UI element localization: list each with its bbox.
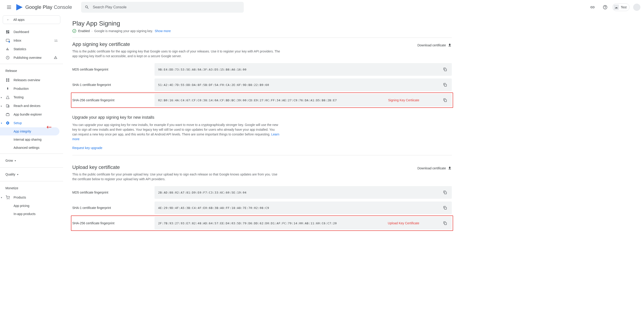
sidebar-section-monetize: Monetize — [0, 183, 63, 193]
warning-icon — [54, 56, 58, 60]
logo[interactable]: Google Play Console — [16, 4, 72, 11]
chevron-down-icon: ▾ — [17, 173, 18, 176]
copy-button[interactable] — [442, 82, 448, 88]
sidebar-item-inbox[interactable]: Inbox 11 — [0, 36, 63, 45]
help-icon-button[interactable] — [600, 2, 610, 13]
chevron-down-icon: ▾ — [15, 159, 16, 162]
sidebar-item-releases-overview[interactable]: Releases overview — [0, 76, 63, 84]
header-right: ☁ Test — [587, 2, 640, 13]
avatar[interactable] — [633, 4, 640, 11]
download-upload-cert[interactable]: Download certificate — [418, 164, 452, 172]
dashboard-icon — [6, 30, 10, 34]
arrow-left-icon: ← — [6, 18, 10, 22]
menu-button[interactable] — [4, 2, 14, 13]
check-icon — [72, 29, 76, 33]
chevron-down-icon: ▾ — [1, 196, 2, 199]
sidebar-item-app-pricing[interactable]: App pricing — [0, 202, 60, 210]
sidebar-item-in-app[interactable]: In-app products — [0, 210, 60, 218]
chevron-right-icon: ▸ — [1, 96, 2, 99]
svg-rect-16 — [444, 207, 446, 209]
signing-cert-desc: This is the public certificate for the a… — [72, 49, 280, 59]
app-selector[interactable]: ☁ Test — [612, 4, 630, 11]
copy-button[interactable] — [442, 66, 448, 73]
search-input[interactable] — [93, 5, 240, 9]
back-all-apps[interactable]: ← All apps — [3, 15, 60, 24]
sidebar-item-bundle[interactable]: App bundle explorer — [0, 110, 63, 119]
svg-point-9 — [7, 199, 8, 199]
sha256-value: 02:B0:16:4A:C4:67:CF:C0:38:14:0A:CF:BD:B… — [158, 99, 388, 102]
upload-cert-desc: This is the public certificate for your … — [72, 172, 280, 182]
upload-highlight: SHA-256 certificate fingerprint 2F:7B:93… — [71, 215, 453, 231]
download-icon — [448, 166, 452, 170]
sidebar-item-publishing[interactable]: Publishing overview — [0, 53, 63, 62]
search-box[interactable] — [81, 2, 244, 13]
svg-rect-8 — [6, 114, 9, 116]
copy-button[interactable] — [442, 189, 448, 196]
signing-highlight: SHA-256 certificate fingerprint 02:B0:16… — [71, 93, 453, 108]
status-enabled: Enabled — [78, 29, 90, 33]
signing-annotation: Signing Key Certiicate — [388, 98, 419, 102]
sidebar-item-dashboard[interactable]: Dashboard — [0, 28, 63, 36]
devices-icon — [6, 104, 10, 108]
md5-value: 9B:E4:DD:73:53:5E:A8:9A:3F:A3:D5:15:B8:A… — [158, 68, 442, 71]
copy-button[interactable] — [442, 97, 448, 103]
sidebar-item-reach[interactable]: ▸ Reach and devices — [0, 102, 63, 110]
menu-icon — [7, 6, 11, 9]
svg-rect-12 — [444, 69, 446, 71]
publishing-icon — [6, 56, 10, 60]
sidebar-item-internal-sharing[interactable]: Internal app sharing — [0, 135, 60, 144]
link-icon-button[interactable] — [587, 2, 598, 13]
upload-annotation: Upload Key Certificate — [388, 221, 419, 225]
svg-rect-13 — [444, 84, 446, 86]
copy-button[interactable] — [442, 220, 448, 226]
cloud-icon: ☁ — [614, 5, 619, 10]
header: Google Play Console ☁ Test — [0, 0, 644, 15]
show-more-link[interactable]: Show more — [155, 29, 171, 33]
svg-rect-2 — [6, 79, 7, 80]
status-desc: Google is managing your app signing key. — [94, 29, 153, 33]
svg-rect-14 — [444, 100, 446, 102]
download-signing-cert[interactable]: Download certificate — [418, 41, 452, 49]
page-title: Play App Signing — [72, 15, 452, 29]
sidebar-section-grow[interactable]: Grow ▾ — [0, 156, 63, 166]
upload-md5-row: MD5 certificate fingerprint 2B:AD:88:02:… — [72, 186, 452, 199]
logo-text: Google Play Console — [25, 4, 72, 10]
chevron-down-icon: ▾ — [1, 122, 2, 124]
stats-icon — [6, 47, 10, 51]
sha1-value: 51:A2:4E:7D:55:DD:DA:8F:5B:DF:5A:F0:CA:2… — [158, 83, 442, 87]
svg-point-11 — [73, 29, 76, 33]
sidebar-section-quality[interactable]: Quality ▾ — [0, 169, 63, 179]
copy-button[interactable] — [442, 205, 448, 211]
sidebar-item-advanced[interactable]: Advanced settings — [0, 144, 60, 152]
sidebar-section-release: Release — [0, 66, 63, 76]
sidebar-item-testing[interactable]: ▸ Testing — [0, 93, 63, 102]
svg-rect-15 — [444, 192, 446, 194]
sidebar-item-products[interactable]: ▾ Products — [0, 193, 63, 202]
svg-rect-3 — [8, 79, 9, 80]
notification-dot — [8, 41, 10, 43]
app-name: Test — [621, 6, 626, 9]
upgrade-title: Upgrade your app signing key for new ins… — [72, 115, 452, 120]
svg-rect-17 — [444, 223, 446, 225]
sidebar-item-statistics[interactable]: Statistics — [0, 45, 63, 53]
sha1-row: SHA-1 certificate fingerprint 51:A2:4E:7… — [72, 79, 452, 91]
svg-rect-4 — [6, 81, 7, 82]
upload-sha1-value: 4E:29:9D:4F:A5:3B:C4:4F:E0:6B:3B:A8:FF:1… — [158, 206, 442, 210]
svg-point-10 — [9, 199, 9, 199]
md5-row: MD5 certificate fingerprint 9B:E4:DD:73:… — [72, 63, 452, 76]
sidebar: ← All apps Dashboard Inbox 11 Statistics… — [0, 15, 63, 241]
upload-sha1-row: SHA-1 certificate fingerprint 4E:29:9D:4… — [72, 201, 452, 214]
rocket-icon — [6, 87, 10, 91]
status-row: Enabled · Google is managing your app si… — [72, 29, 452, 38]
upload-cert-title: Upload key certificate — [72, 164, 280, 170]
sidebar-item-production[interactable]: Production — [0, 84, 63, 93]
request-upgrade-link[interactable]: Request key upgrade — [72, 146, 452, 150]
flask-icon — [6, 95, 10, 99]
upload-sha256-value: 2F:7B:93:27:93:E7:82:48:AD:64:57:EE:D4:0… — [158, 222, 388, 225]
bundle-icon — [6, 112, 10, 116]
play-icon — [16, 4, 22, 11]
upload-md5-value: 2B:AD:88:02:A7:81:D9:E0:F7:C3:33:6C:60:5… — [158, 191, 442, 194]
signing-cert-title: App signing key certificate — [72, 41, 280, 47]
svg-rect-5 — [8, 81, 9, 82]
main-content: Play App Signing Enabled · Google is man… — [63, 15, 461, 241]
